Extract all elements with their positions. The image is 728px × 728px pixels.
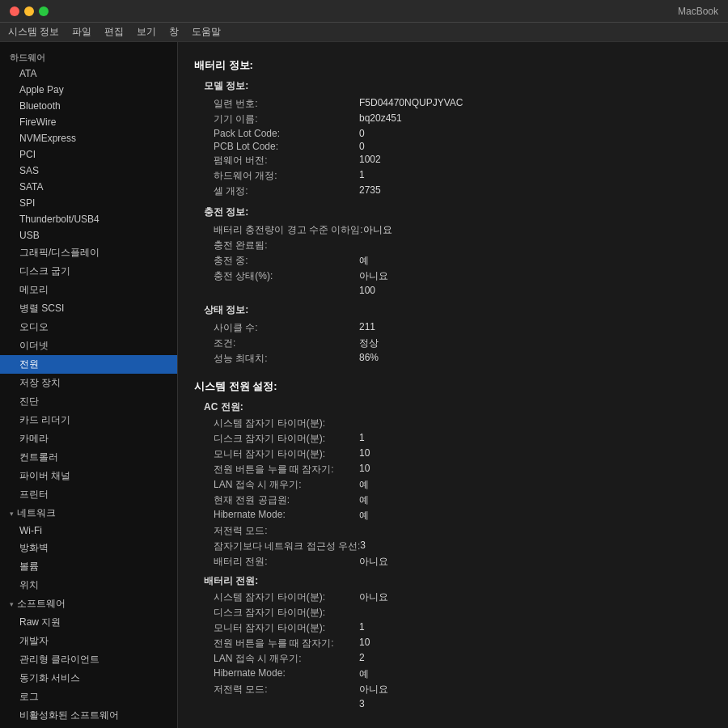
power-settings-title: 시스템 전원 설정: [194,379,712,394]
sidebar-hardware-items: ATAApple PayBluetoothFireWireNVMExpressP… [0,66,177,504]
table-row: 저전력 모드: [194,523,712,539]
field-label: Pack Lot Code: [214,128,359,139]
menu-window[interactable]: 창 [169,25,179,39]
table-row: 셀 개정:2735 [194,184,712,199]
field-label: 배터리 충전량이 경고 수준 이하임: [214,223,363,237]
field-value: 86% [359,352,379,366]
field-value: 아니요 [359,590,388,604]
sidebar-item-nvmexpress[interactable]: NVMExpress [0,130,177,146]
field-value: 2 [359,652,365,666]
sidebar-item-sas[interactable]: SAS [0,163,177,179]
sidebar-item-firewire[interactable]: FireWire [0,114,177,130]
model-section-title: 모델 정보: [194,79,712,93]
field-label: 일련 번호: [214,97,359,111]
field-label: 모니터 잠자기 타이머(분): [214,621,359,635]
close-button[interactable] [10,6,19,16]
menu-help[interactable]: 도움말 [192,25,221,39]
table-row: 저전력 모드:아니요 [194,682,712,697]
menu-file[interactable]: 파일 [72,25,91,39]
table-row: 충전 상태(%):아니요 [194,269,712,284]
sidebar-item-메모리[interactable]: 메모리 [0,281,177,299]
table-row: 충전 중:예 [194,253,712,269]
title-bar: MacBook [0,0,728,23]
field-label: 전원 버튼을 누를 때 잠자기: [214,463,359,476]
sidebar-item-pci[interactable]: PCI [0,146,177,163]
sidebar-item-저장-장치[interactable]: 저장 장치 [0,374,177,392]
field-value: 아니요 [359,269,388,283]
field-value: 1 [359,621,365,635]
sidebar-item-그래픽/디스플레이[interactable]: 그래픽/디스플레이 [0,243,177,262]
table-row: 디스크 잠자기 타이머(분):1 [194,431,712,447]
sidebar-item-wi-fi[interactable]: Wi-Fi [0,523,177,539]
sidebar-item-카메라[interactable]: 카메라 [0,430,177,448]
menu-view[interactable]: 보기 [137,25,156,39]
table-row: 배터리 전원:아니요 [194,554,712,569]
sidebar-network-title: 네트워크 [17,506,56,520]
sidebar-software-group[interactable]: ▾ 소프트웨어 [0,595,177,613]
table-row: 현재 전원 공급원:예 [194,493,712,508]
sidebar-item-spi[interactable]: SPI [0,195,177,211]
sidebar-item-apple-pay[interactable]: Apple Pay [0,82,177,98]
sidebar-item-프린터[interactable]: 프린터 [0,485,177,504]
field-value: 10 [359,447,370,461]
sidebar-item-볼륨[interactable]: 볼륨 [0,557,177,576]
sidebar-item-bluetooth[interactable]: Bluetooth [0,98,177,114]
sidebar-item-디스크-굽기[interactable]: 디스크 굽기 [0,262,177,281]
sidebar-item-비활성화된-소프트웨어[interactable]: 비활성화된 소프트웨어 [0,706,177,725]
sidebar-item-위치[interactable]: 위치 [0,576,177,595]
battery-main-title: 배터리 정보: [194,58,712,73]
field-value: 10 [359,463,370,476]
sidebar-item-진단[interactable]: 진단 [0,392,177,411]
field-value: 1 [359,432,365,446]
menu-edit[interactable]: 편집 [104,25,124,39]
sidebar-item-전원[interactable]: 전원 [0,355,177,374]
detail-pane: 배터리 정보: 모델 정보: 일련 번호:F5D04470NQUPJYVAC기기… [178,42,728,728]
sidebar-network-items: Wi-Fi방화벽볼륨위치 [0,523,177,595]
field-label: 저전력 모드: [214,524,359,538]
sidebar-item-컨트롤러[interactable]: 컨트롤러 [0,448,177,467]
sidebar-item-raw-지원[interactable]: Raw 지원 [0,613,177,632]
field-label: 조건: [214,336,359,350]
sidebar-item-ata[interactable]: ATA [0,66,177,82]
field-value: F5D04470NQUPJYVAC [359,97,463,111]
field-label: 전원 버튼을 누를 때 잠자기: [214,637,359,650]
sidebar-item-개발자[interactable]: 개발자 [0,632,177,650]
sidebar-item-관리형-클라이언트[interactable]: 관리형 클라이언트 [0,650,177,669]
field-label: 모니터 잠자기 타이머(분): [214,447,359,461]
table-row: Pack Lot Code:0 [194,127,712,140]
table-row: 충전 완료됨: [194,238,712,253]
sidebar-item-sata[interactable]: SATA [0,179,177,195]
sidebar-item-로그[interactable]: 로그 [0,688,177,706]
sidebar-item-이더넷[interactable]: 이더넷 [0,336,177,355]
field-label: 사이클 수: [214,321,359,335]
minimize-button[interactable] [24,6,34,16]
sidebar-item-오디오[interactable]: 오디오 [0,318,177,336]
field-value: 예 [359,509,369,523]
sidebar-item-파이버-채널[interactable]: 파이버 채널 [0,467,177,485]
sidebar-network-group[interactable]: ▾ 네트워크 [0,504,177,523]
sidebar-item-thunderbolt/usb4[interactable]: Thunderbolt/USB4 [0,211,177,227]
ac-power-title: AC 전원: [194,400,712,414]
traffic-lights [10,6,49,16]
sidebar-item-usb[interactable]: USB [0,227,177,243]
field-label: 현재 전원 공급원: [214,493,359,507]
table-row: 디스크 잠자기 타이머(분): [194,605,712,620]
maximize-button[interactable] [39,6,49,16]
field-value: 정상 [359,336,379,350]
field-value: 아니요 [363,223,392,237]
field-value: 0 [359,141,365,152]
menu-system-info[interactable]: 시스템 정보 [8,25,59,39]
field-label: 배터리 전원: [214,555,359,569]
field-value: 3 [360,540,366,553]
sidebar-item-병렬-scsi[interactable]: 병렬 SCSI [0,299,177,318]
table-row: 시스템 잠자기 타이머(분): [194,416,712,431]
sidebar-item-카드-리더기[interactable]: 카드 리더기 [0,411,177,430]
field-value: 10 [359,637,370,650]
field-value: 0 [359,128,365,139]
field-value: 2735 [359,184,381,198]
sidebar-item-방화벽[interactable]: 방화벽 [0,539,177,557]
field-value: 예 [359,493,369,507]
window-title: MacBook [678,6,718,17]
sidebar-item-동기화-서비스[interactable]: 동기화 서비스 [0,669,177,688]
field-value: 3 [359,698,365,709]
